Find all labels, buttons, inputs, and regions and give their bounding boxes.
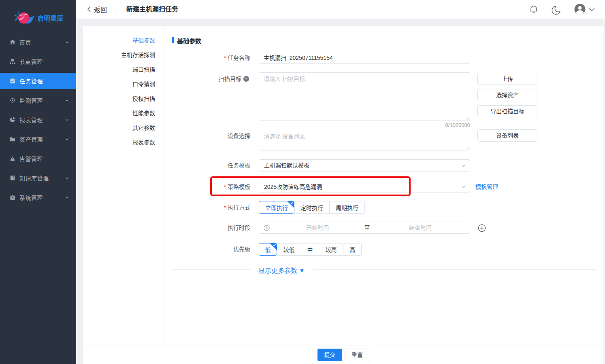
svg-text:?: ? — [245, 76, 247, 81]
svg-text:启明星辰: 启明星辰 — [38, 15, 64, 22]
